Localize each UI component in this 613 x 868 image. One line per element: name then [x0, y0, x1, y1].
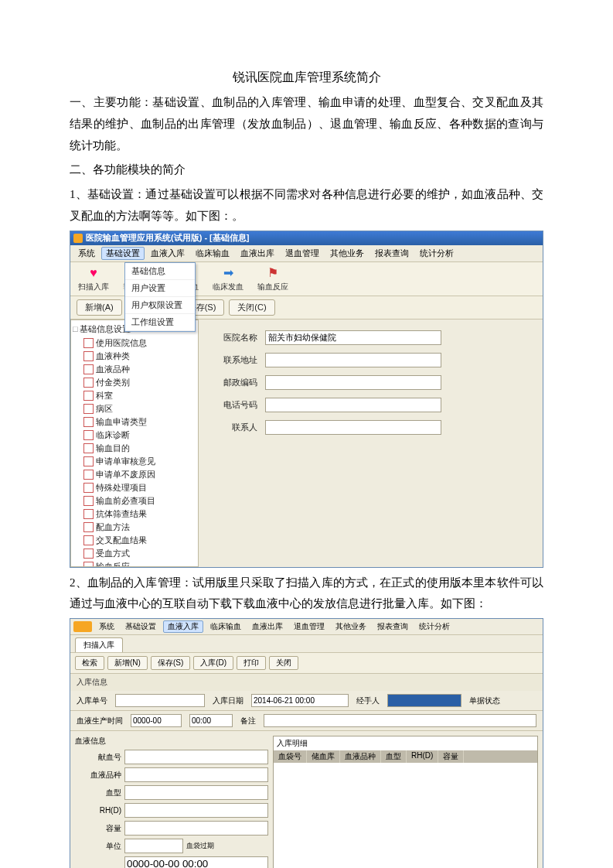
blood-info-form: 血液信息 献血号 血液品种 血型 RH(D) 容量 单位血袋过期 扫描目标 — [75, 736, 268, 868]
input-address[interactable] — [265, 353, 441, 367]
tool-send[interactable]: ➡临床发血 — [213, 265, 243, 292]
input-bloodtype[interactable] — [124, 785, 268, 800]
menu-stats[interactable]: 统计分析 — [415, 621, 454, 632]
menu-system[interactable]: 系统 — [95, 621, 118, 632]
doc-title: 锐讯医院血库管理系统简介 — [70, 70, 543, 86]
tree-item[interactable]: 临床诊断 — [73, 429, 196, 442]
label-rh: RH(D) — [75, 806, 121, 815]
tree-item[interactable]: 抗体筛查结果 — [73, 507, 196, 521]
input-expire[interactable] — [124, 856, 268, 868]
entry-header: 入库单号 入库日期 经手人 单据状态 — [70, 691, 543, 711]
menu-basic[interactable]: 基础设置 — [121, 621, 160, 632]
tree-item[interactable]: 输血前必查项目 — [73, 494, 196, 507]
menu-bar[interactable]: 系统 基础设置 血液入库 临床输血 血液出库 退血管理 其他业务 报表查询 统计… — [70, 245, 543, 262]
tree-item[interactable]: 血液种类 — [73, 350, 196, 363]
tool-scan-in[interactable]: ♥扫描入库 — [78, 265, 109, 292]
input-hospital[interactable] — [265, 330, 441, 345]
menu-other[interactable]: 其他业务 — [332, 621, 370, 632]
btn-new[interactable]: 新增(N) — [107, 656, 148, 670]
dd-workgroup[interactable]: 工作组设置 — [125, 314, 195, 331]
screenshot-basic-settings: 医院输血管理应用系统(试用版) - [基础信息] 系统 基础设置 血液入库 临床… — [70, 231, 543, 568]
input-tel[interactable] — [265, 398, 441, 412]
hospital-form: 医院名称 联系地址 邮政编码 电话号码 联系人 — [199, 320, 543, 567]
tree-item[interactable]: 受血方式 — [73, 547, 196, 560]
tree-item[interactable]: 特殊处理项目 — [73, 481, 196, 494]
menu-clinical[interactable]: 临床输血 — [206, 621, 245, 632]
paragraph-4: 2、血制品的入库管理：试用版里只采取了扫描入库的方式，在正式的使用版本里本软件可… — [70, 572, 543, 616]
label-kind: 血液品种 — [75, 770, 121, 781]
toolbar-2: 检索 新增(N) 保存(S) 入库(D) 打印 关闭 — [70, 652, 543, 674]
col-type: 血型 — [381, 750, 407, 763]
menu-blood-out[interactable]: 血液出库 — [248, 621, 287, 632]
tree-item[interactable]: 病区 — [73, 402, 196, 415]
input-zip[interactable] — [265, 375, 441, 390]
input-entrytime[interactable] — [251, 694, 349, 707]
tree-item[interactable]: 血液品种 — [73, 363, 196, 376]
dd-user-perm[interactable]: 用户权限设置 — [125, 297, 195, 314]
input-operator[interactable] — [387, 694, 461, 707]
label-spec: 容量 — [75, 823, 121, 834]
input-contact[interactable] — [265, 420, 441, 435]
tool-reaction[interactable]: ⚑输血反应 — [257, 265, 288, 292]
input-kind[interactable] — [124, 767, 268, 782]
input-donorno[interactable] — [124, 750, 268, 764]
label-remark: 备注 — [240, 716, 256, 726]
btn-close[interactable]: 关闭(C) — [229, 299, 274, 316]
app-icon — [73, 234, 83, 243]
btn-new[interactable]: 新增(A) — [77, 299, 122, 316]
tree-item[interactable]: 输血目的 — [73, 442, 196, 455]
menu-report[interactable]: 报表查询 — [370, 247, 414, 260]
basic-settings-dropdown[interactable]: 基础信息 用户设置 用户权限设置 工作组设置 — [124, 262, 196, 332]
label-entrytime: 入库日期 — [213, 695, 243, 706]
col-kind: 血液品种 — [340, 750, 381, 763]
tree-item[interactable]: 配血方法 — [73, 521, 196, 534]
btn-in[interactable]: 入库(D) — [193, 656, 233, 670]
menu-clinical[interactable]: 临床输血 — [191, 247, 234, 260]
input-spec[interactable] — [124, 821, 268, 836]
menu-return[interactable]: 退血管理 — [281, 247, 324, 260]
btn-search[interactable]: 检索 — [75, 656, 104, 670]
menu-return[interactable]: 退血管理 — [290, 621, 329, 632]
dd-user-settings[interactable]: 用户设置 — [125, 280, 195, 297]
btn-close[interactable]: 关闭 — [269, 656, 298, 670]
tree-item[interactable]: 科室 — [73, 389, 196, 402]
col-bagno: 血袋号 — [274, 750, 307, 763]
col-rh: RH(D) — [407, 750, 438, 763]
tabs: 扫描入库 — [70, 635, 543, 652]
label-unit: 单位 — [75, 841, 121, 852]
window-title: 医院输血管理应用系统(试用版) - [基础信息] — [86, 232, 249, 244]
dd-basic-info[interactable]: 基础信息 — [125, 263, 195, 280]
label-operator: 经手人 — [356, 695, 380, 706]
menu-basic-settings[interactable]: 基础设置 — [101, 247, 145, 260]
input-producedate-2[interactable] — [189, 714, 233, 727]
tree-item[interactable]: 申请单审核意见 — [73, 455, 196, 468]
menu-blood-in[interactable]: 血液入库 — [163, 620, 203, 633]
input-producedate-1[interactable] — [131, 714, 182, 727]
tree-item[interactable]: 使用医院信息 — [73, 337, 196, 350]
input-remark[interactable] — [264, 714, 536, 727]
menu-stats[interactable]: 统计分析 — [415, 247, 458, 260]
tree-item[interactable]: 输血申请类型 — [73, 415, 196, 429]
label-contact: 联系人 — [214, 422, 257, 433]
input-rh[interactable] — [124, 803, 268, 818]
input-entryno[interactable] — [115, 694, 205, 707]
input-unit[interactable] — [124, 839, 183, 853]
btn-save[interactable]: 保存(S) — [151, 656, 190, 670]
label-expire: 血袋过期 — [186, 841, 214, 851]
label-zip: 邮政编码 — [214, 377, 257, 388]
menu-blood-out[interactable]: 血液出库 — [236, 247, 279, 260]
label-bloodtype: 血型 — [75, 788, 121, 798]
menu-blood-in[interactable]: 血液入库 — [146, 247, 189, 260]
settings-tree[interactable]: 基础信息设置 使用医院信息 血液种类 血液品种 付金类别 科室 病区 输血申请类… — [70, 320, 199, 567]
label-address: 联系地址 — [214, 354, 257, 366]
tab-scan-in[interactable]: 扫描入库 — [75, 637, 123, 652]
btn-print[interactable]: 打印 — [237, 656, 266, 670]
menu-other[interactable]: 其他业务 — [325, 247, 369, 260]
menu-report[interactable]: 报表查询 — [373, 621, 412, 632]
menu-system[interactable]: 系统 — [73, 247, 100, 260]
tree-item[interactable]: 交叉配血结果 — [73, 534, 196, 547]
tree-item[interactable]: 申请单不废原因 — [73, 468, 196, 481]
tree-item[interactable]: 输血反应 — [73, 560, 196, 567]
tree-item[interactable]: 付金类别 — [73, 376, 196, 389]
menu-bar-2[interactable]: 系统 基础设置 血液入库 临床输血 血液出库 退血管理 其他业务 报表查询 统计… — [70, 619, 543, 635]
